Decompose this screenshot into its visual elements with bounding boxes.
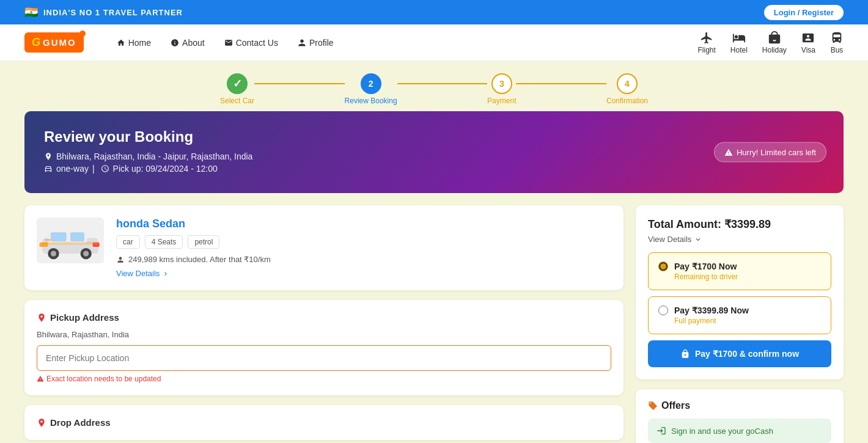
- banner-left: 🇮🇳 INDIA'S NO 1 TRAVEL PARTNER: [24, 5, 183, 19]
- car-kms: 249,989 kms included. After that ₹10/km: [116, 255, 611, 264]
- svg-rect-11: [45, 239, 51, 241]
- pickup-card: Pickup Address Bhilwara, Rajasthan, Indi…: [24, 300, 623, 395]
- confirm-button[interactable]: Pay ₹1700 & confirm now: [648, 340, 831, 367]
- user-icon: [298, 38, 306, 47]
- chevron-right-icon: [162, 270, 169, 277]
- home-icon: [117, 38, 125, 47]
- payment-sub-1: Remaining to driver: [674, 273, 821, 281]
- review-trip-info: one-way | Pick up: 09/24/2024 - 12:00: [44, 164, 824, 174]
- envelope-icon: [224, 38, 233, 47]
- bus-icon: [830, 31, 844, 45]
- hurry-badge: Hurry! Limited cars left: [714, 142, 826, 163]
- payment-label-1: Pay ₹1700 Now: [674, 262, 737, 271]
- right-panel: Total Amount: ₹3399.89 View Details Pay …: [636, 205, 844, 443]
- nav-visa[interactable]: Visa: [801, 31, 815, 54]
- step-circle-3: 3: [491, 73, 512, 94]
- step-label-2: Review Booking: [345, 97, 397, 105]
- car-illustration: [37, 219, 104, 262]
- nav-bus[interactable]: Bus: [830, 31, 844, 54]
- car-details: honda Sedan car 4 Seats petrol 249,989 k…: [116, 218, 611, 278]
- total-title: Total Amount: ₹3399.89: [648, 218, 831, 231]
- drop-section-title: Drop Address: [37, 417, 611, 428]
- login-register-button[interactable]: Login / Register: [764, 5, 844, 20]
- car-card: honda Sedan car 4 Seats petrol 249,989 k…: [24, 205, 623, 290]
- total-card: Total Amount: ₹3399.89 View Details Pay …: [636, 205, 844, 379]
- flag-icon: 🇮🇳: [24, 5, 39, 19]
- pickup-section-title: Pickup Address: [37, 312, 611, 323]
- payment-row-1: Pay ₹1700 Now: [658, 262, 821, 271]
- content-grid: honda Sedan car 4 Seats petrol 249,989 k…: [24, 205, 844, 443]
- step-select-car: ✓ Select Car: [220, 73, 254, 105]
- step-circle-4: 4: [617, 73, 638, 94]
- tag-icon: [648, 401, 658, 411]
- banner-text: INDIA'S NO 1 TRAVEL PARTNER: [43, 8, 183, 17]
- login-icon: [657, 426, 666, 436]
- id-card-icon: [801, 31, 815, 45]
- logo-text: GGUMO: [24, 32, 84, 53]
- pickup-address: Bhilwara, Rajasthan, India: [37, 330, 611, 339]
- step-label-1: Select Car: [220, 97, 254, 105]
- plane-icon: [700, 31, 713, 45]
- review-banner: Review your Booking Bhilwara, Rajasthan,…: [24, 111, 844, 193]
- warning-small-icon: [37, 375, 44, 383]
- step-payment: 3 Payment: [487, 73, 516, 105]
- view-details-link[interactable]: View Details: [116, 269, 611, 278]
- payment-option-partial[interactable]: Pay ₹1700 Now Remaining to driver: [648, 252, 831, 290]
- offers-title: Offers: [648, 400, 831, 411]
- svg-point-7: [83, 251, 89, 256]
- pin-icon: [44, 152, 53, 161]
- top-banner: 🇮🇳 INDIA'S NO 1 TRAVEL PARTNER Login / R…: [0, 0, 868, 24]
- offers-card: Offers Sign in and use your goCash: [636, 389, 844, 443]
- car-tag-seats: 4 Seats: [145, 235, 183, 249]
- payment-option-full[interactable]: Pay ₹3399.89 Now Full payment: [648, 296, 831, 334]
- hotel-icon: [732, 31, 746, 45]
- payment-sub-2: Full payment: [674, 317, 821, 325]
- drop-card: Drop Address: [24, 405, 623, 440]
- step-circle-2: 2: [361, 73, 381, 94]
- car-tags: car 4 Seats petrol: [116, 235, 611, 249]
- car-name: honda Sedan: [116, 218, 611, 230]
- person-icon: [116, 255, 125, 264]
- payment-label-2: Pay ₹3399.89 Now: [674, 306, 749, 315]
- pickup-input[interactable]: [37, 345, 611, 371]
- nav-hotel[interactable]: Hotel: [730, 31, 748, 54]
- nav-home[interactable]: Home: [108, 33, 160, 53]
- step-label-4: Confirmation: [606, 97, 648, 105]
- svg-rect-2: [51, 232, 67, 241]
- pickup-pin-icon: [37, 313, 46, 323]
- navbar: GGUMO Home About Contact Us Profile Flig…: [0, 24, 868, 61]
- pickup-error: Exact location needs to be updated: [37, 375, 611, 383]
- nav-flight[interactable]: Flight: [697, 31, 715, 54]
- drop-pin-icon: [37, 418, 46, 428]
- review-title: Review your Booking: [44, 128, 824, 145]
- car-tag-fuel: petrol: [188, 235, 219, 249]
- review-route: Bhilwara, Rajasthan, India - Jaipur, Raj…: [44, 152, 824, 161]
- logo[interactable]: GGUMO: [24, 32, 84, 53]
- car-tag-type: car: [116, 235, 140, 249]
- view-details-dropdown[interactable]: View Details: [648, 235, 831, 244]
- step-line-1: [254, 83, 345, 84]
- car-card-inner: honda Sedan car 4 Seats petrol 249,989 k…: [37, 218, 611, 278]
- warning-icon: [724, 148, 733, 156]
- nav-contact[interactable]: Contact Us: [216, 33, 287, 53]
- lock-icon: [680, 349, 690, 359]
- steps: ✓ Select Car 2 Review Booking 3 Payment …: [220, 73, 648, 105]
- step-confirmation: 4 Confirmation: [606, 73, 648, 105]
- step-line-2: [397, 83, 488, 84]
- clock-icon: [101, 164, 109, 173]
- payment-row-2: Pay ₹3399.89 Now: [658, 306, 821, 315]
- car-image: [37, 218, 104, 263]
- radio-full[interactable]: [658, 306, 668, 315]
- nav-holiday[interactable]: Holiday: [762, 31, 787, 54]
- main-content: Review your Booking Bhilwara, Rajasthan,…: [0, 111, 868, 443]
- left-panel: honda Sedan car 4 Seats petrol 249,989 k…: [24, 205, 623, 443]
- nav-profile[interactable]: Profile: [289, 33, 342, 53]
- radio-partial[interactable]: [658, 262, 668, 271]
- nav-about[interactable]: About: [162, 33, 213, 53]
- nav-services: Flight Hotel Holiday Visa Bus: [697, 31, 844, 54]
- step-line-3: [516, 83, 606, 84]
- chevron-down-icon: [694, 235, 702, 244]
- steps-container: ✓ Select Car 2 Review Booking 3 Payment …: [0, 61, 868, 111]
- step-review-booking: 2 Review Booking: [345, 73, 397, 105]
- sign-in-offer[interactable]: Sign in and use your goCash: [648, 419, 831, 443]
